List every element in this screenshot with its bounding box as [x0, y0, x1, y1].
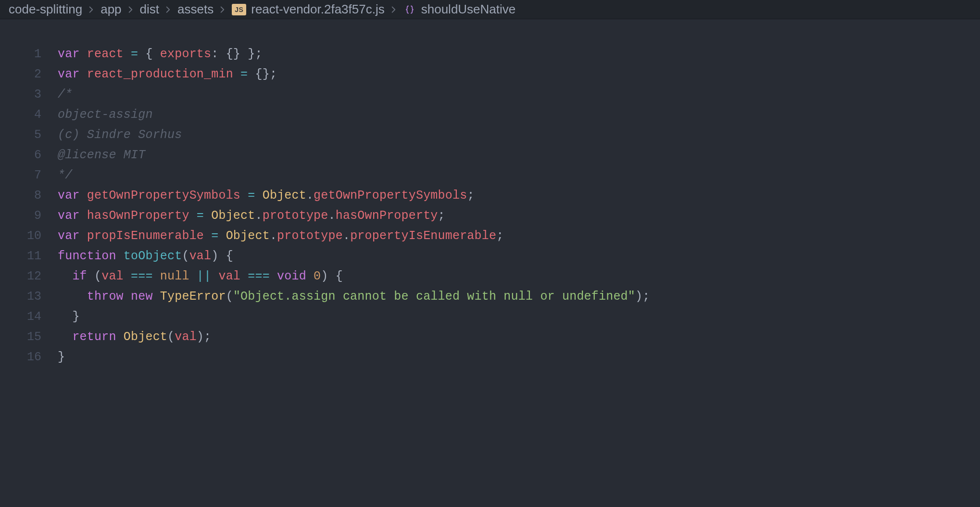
line-number: 8: [0, 186, 41, 206]
token-pn: [240, 189, 248, 203]
token-pn: [124, 47, 131, 61]
code-line[interactable]: var react_production_min = {};: [58, 64, 980, 85]
token-op: ||: [197, 269, 211, 283]
token-kw: var: [58, 67, 80, 81]
token-pn: [124, 290, 131, 304]
token-pn: }: [58, 310, 80, 324]
function-symbol-icon: [403, 3, 416, 16]
token-pn: [153, 269, 160, 283]
token-pn: [58, 269, 72, 283]
token-cm: /*: [58, 88, 72, 101]
token-id2: Object: [226, 229, 270, 243]
token-id: val: [101, 269, 124, 283]
code-line[interactable]: }: [58, 347, 980, 368]
code-editor[interactable]: 12345678910111213141516 var react = { ex…: [0, 19, 980, 507]
token-pr: prototype: [263, 209, 328, 223]
token-id: val: [218, 269, 240, 283]
token-kw: if: [72, 269, 87, 283]
code-line[interactable]: var getOwnPropertySymbols = Object.getOw…: [58, 186, 980, 206]
code-line[interactable]: function toObject(val) {: [58, 246, 980, 266]
token-pn: [189, 269, 197, 283]
line-number: 3: [0, 85, 41, 105]
code-line[interactable]: @license MIT: [58, 145, 980, 165]
chevron-right-icon: [124, 5, 138, 14]
token-pn: }: [58, 350, 65, 364]
line-number: 1: [0, 44, 41, 64]
token-pn: [58, 330, 72, 344]
line-number: 12: [0, 266, 41, 287]
token-pn: (: [226, 290, 233, 304]
token-pn: [189, 209, 197, 223]
token-pn: {: [138, 47, 160, 61]
token-pr: getOwnPropertySymbols: [314, 189, 467, 203]
token-kw: function: [58, 249, 116, 263]
code-line[interactable]: object-assign: [58, 105, 980, 125]
token-pn: [80, 67, 87, 81]
code-line[interactable]: /*: [58, 85, 980, 105]
code-line[interactable]: return Object(val);: [58, 327, 980, 347]
token-pn: [204, 209, 211, 223]
code-line[interactable]: (c) Sindre Sorhus: [58, 125, 980, 145]
token-pn: [80, 189, 87, 203]
breadcrumb-item-file[interactable]: JS react-vendor.2fa3f57c.js: [230, 2, 387, 17]
token-op: ===: [248, 269, 270, 283]
breadcrumb-label: react-vendor.2fa3f57c.js: [251, 2, 385, 17]
token-id2: Object: [211, 209, 255, 223]
code-content[interactable]: var react = { exports: {} };var react_pr…: [58, 44, 980, 507]
token-op: ===: [131, 269, 153, 283]
token-cm: object-assign: [58, 108, 153, 122]
line-number: 11: [0, 246, 41, 266]
token-pn: [124, 269, 131, 283]
token-kw: var: [58, 229, 80, 243]
token-pn: : {} };: [211, 47, 262, 61]
token-op: =: [240, 67, 248, 81]
token-pn: [116, 330, 124, 344]
code-line[interactable]: throw new TypeError("Object.assign canno…: [58, 287, 980, 307]
token-cm: */: [58, 168, 72, 182]
token-op: =: [131, 47, 138, 61]
token-pn: .: [255, 209, 262, 223]
breadcrumb-item-folder[interactable]: assets: [176, 2, 215, 17]
token-pn: .: [306, 189, 314, 203]
token-id: propIsEnumerable: [87, 229, 204, 243]
code-line[interactable]: if (val === null || val === void 0) {: [58, 266, 980, 287]
chevron-right-icon: [84, 5, 99, 14]
line-number-gutter: 12345678910111213141516: [0, 44, 58, 507]
line-number: 16: [0, 347, 41, 368]
code-line[interactable]: }: [58, 307, 980, 327]
breadcrumb-item-symbol[interactable]: shouldUseNative: [401, 2, 518, 17]
token-pn: [58, 290, 87, 304]
line-number: 5: [0, 125, 41, 145]
line-number: 6: [0, 145, 41, 165]
token-pn: [255, 189, 262, 203]
token-pn: ) {: [321, 269, 343, 283]
token-kw: new: [131, 290, 153, 304]
code-line[interactable]: var react = { exports: {} };: [58, 44, 980, 64]
token-id: getOwnPropertySymbols: [87, 189, 240, 203]
token-pn: );: [197, 330, 211, 344]
token-kw: var: [58, 209, 80, 223]
token-pr: propertyIsEnumerable: [350, 229, 496, 243]
breadcrumb: code-splitting app dist assets JS react-…: [0, 0, 980, 19]
token-id: react_production_min: [87, 67, 233, 81]
breadcrumb-item-folder[interactable]: dist: [138, 2, 161, 17]
breadcrumb-item-folder[interactable]: code-splitting: [7, 2, 84, 17]
js-file-icon: JS: [232, 4, 246, 15]
code-line[interactable]: var hasOwnProperty = Object.prototype.ha…: [58, 206, 980, 226]
token-pn: ) {: [211, 249, 233, 263]
breadcrumb-item-folder[interactable]: app: [99, 2, 123, 17]
token-op: =: [197, 209, 204, 223]
token-pn: [211, 269, 218, 283]
token-op: =: [211, 229, 218, 243]
code-line[interactable]: */: [58, 165, 980, 186]
token-kw: throw: [87, 290, 124, 304]
token-kw: var: [58, 189, 80, 203]
token-pn: [116, 249, 124, 263]
token-pn: );: [635, 290, 650, 304]
token-pn: [80, 209, 87, 223]
line-number: 13: [0, 287, 41, 307]
token-cm: @license MIT: [58, 148, 145, 162]
code-line[interactable]: var propIsEnumerable = Object.prototype.…: [58, 226, 980, 246]
breadcrumb-label: app: [101, 2, 121, 17]
token-pn: [204, 229, 211, 243]
